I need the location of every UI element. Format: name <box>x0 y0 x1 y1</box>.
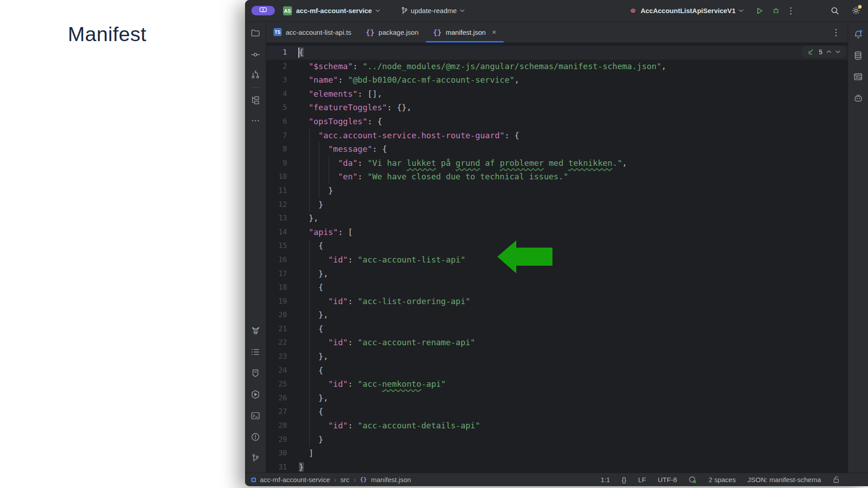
stripe-more-button[interactable] <box>248 113 263 128</box>
search-everywhere-button[interactable] <box>830 6 840 15</box>
line-number[interactable]: 12 <box>266 198 299 212</box>
stripe-todo-button[interactable] <box>248 345 263 359</box>
line-number[interactable]: 27 <box>266 405 299 419</box>
code-line-17[interactable]: 17 }, <box>266 267 848 281</box>
indent-widget[interactable]: 2 spaces <box>708 476 736 483</box>
code-line-2[interactable]: 2 "$schema": "../node_modules/@mz-js/ang… <box>266 60 848 74</box>
code-line-4[interactable]: 4 "elements": [], <box>266 87 848 101</box>
code-line-26[interactable]: 26 }, <box>266 391 848 405</box>
code-line-30[interactable]: 30 ] <box>266 446 848 460</box>
stripe-database-button[interactable] <box>850 48 866 63</box>
line-number[interactable]: 15 <box>266 239 299 253</box>
tab-manifest.json[interactable]: {}manifest.json✕ <box>426 22 504 42</box>
code-line-19[interactable]: 19 "id": "acc-list-ordering-api" <box>266 295 848 309</box>
prev-problem-icon[interactable] <box>826 50 831 53</box>
line-number[interactable]: 2 <box>266 60 299 74</box>
line-number[interactable]: 29 <box>266 433 299 447</box>
code-line-23[interactable]: 23 }, <box>266 350 848 364</box>
line-number[interactable]: 23 <box>266 350 299 364</box>
code-line-29[interactable]: 29 } <box>266 433 848 447</box>
code-line-25[interactable]: 25 "id": "acc-nemkonto-api" <box>266 377 848 391</box>
breadcrumb-folder[interactable]: src <box>340 476 349 483</box>
code-line-31[interactable]: 31} <box>266 460 848 473</box>
debug-button[interactable] <box>772 6 780 15</box>
stripe-mascot-button[interactable] <box>248 324 263 338</box>
line-separator-widget[interactable]: LF <box>638 476 646 483</box>
line-number[interactable]: 4 <box>266 87 299 101</box>
stripe-problems-button[interactable] <box>248 430 263 444</box>
code-line-27[interactable]: 27 { <box>266 405 848 419</box>
screen-share-button[interactable] <box>251 6 275 15</box>
code-style-widget[interactable]: {} <box>622 476 626 483</box>
stripe-git-branch-button[interactable] <box>248 451 263 465</box>
next-problem-icon[interactable] <box>835 50 840 53</box>
code-line-11[interactable]: 11 } <box>266 184 848 198</box>
stripe-ui-preview-button[interactable] <box>850 70 866 84</box>
line-number[interactable]: 26 <box>266 391 299 405</box>
line-number[interactable]: 7 <box>266 129 299 143</box>
code-line-5[interactable]: 5 "featureToggles": {}, <box>266 101 848 115</box>
code-line-12[interactable]: 12 } <box>266 198 848 212</box>
file-type-widget[interactable]: JSON: manifest-schema <box>747 476 821 483</box>
code-editor[interactable]: 5 1{2 "$schema": "../node_modules/@mz-js… <box>266 43 848 473</box>
stripe-structure-button[interactable] <box>248 93 263 108</box>
stripe-pull-requests-button[interactable] <box>248 67 263 82</box>
line-number[interactable]: 3 <box>266 73 299 87</box>
code-line-15[interactable]: 15 { <box>266 239 848 253</box>
code-line-16[interactable]: 16 "id": "acc-account-list-api" <box>266 253 848 267</box>
line-number[interactable]: 11 <box>266 184 299 198</box>
code-line-28[interactable]: 28 "id": "acc-account-details-api" <box>266 419 848 433</box>
code-line-10[interactable]: 10 "en": "We have closed due to technica… <box>266 170 848 184</box>
close-icon[interactable]: ✕ <box>491 29 496 36</box>
inspections-widget[interactable]: 5 <box>802 46 845 58</box>
line-number[interactable]: 16 <box>266 253 299 267</box>
stripe-bookmarks-button[interactable] <box>248 366 263 380</box>
line-number[interactable]: 8 <box>266 142 299 156</box>
line-number[interactable]: 21 <box>266 322 299 336</box>
line-number[interactable]: 10 <box>266 170 299 184</box>
line-number[interactable]: 30 <box>266 446 299 460</box>
line-number[interactable]: 1 <box>266 46 299 60</box>
run-button[interactable] <box>755 7 764 15</box>
caret-position-widget[interactable]: 1:1 <box>601 476 610 483</box>
code-line-22[interactable]: 22 "id": "acc-account-rename-api" <box>266 336 848 350</box>
stripe-commit-button[interactable] <box>248 47 263 62</box>
code-line-21[interactable]: 21 { <box>266 322 848 336</box>
more-actions-button[interactable]: ⋮ <box>787 6 795 15</box>
breadcrumb-project[interactable]: acc-mf-account-service <box>260 476 330 483</box>
code-line-8[interactable]: 8 "message": { <box>266 142 848 156</box>
code-line-20[interactable]: 20 }, <box>266 308 848 322</box>
stripe-services-button[interactable] <box>248 387 263 402</box>
line-number[interactable]: 19 <box>266 295 299 309</box>
code-line-7[interactable]: 7 "acc.account-service.host-route-guard"… <box>266 129 848 143</box>
code-line-14[interactable]: 14 "apis": [ <box>266 225 848 239</box>
code-line-24[interactable]: 24 { <box>266 364 848 378</box>
stripe-ai-assistant-button[interactable] <box>850 91 866 105</box>
stripe-terminal-button[interactable] <box>248 408 263 423</box>
line-number[interactable]: 5 <box>266 101 299 115</box>
encoding-widget[interactable]: UTF-8 <box>658 476 677 483</box>
line-number[interactable]: 20 <box>266 308 299 322</box>
code-line-1[interactable]: 1{ <box>266 46 848 60</box>
code-line-18[interactable]: 18 { <box>266 281 848 295</box>
line-number[interactable]: 24 <box>266 364 299 378</box>
stripe-notifications-button[interactable] <box>850 27 866 42</box>
line-number[interactable]: 28 <box>266 419 299 433</box>
code-line-6[interactable]: 6 "opsToggles": { <box>266 115 848 129</box>
settings-button[interactable] <box>851 6 861 15</box>
project-selector[interactable]: acc-mf-account-service <box>296 7 372 14</box>
tab-options-button[interactable]: ⋮ <box>832 27 848 38</box>
stripe-project-folder-button[interactable] <box>248 26 263 40</box>
run-configuration-selector[interactable]: AccAccountListApiServiceV1 <box>629 7 744 15</box>
analysis-status-icon[interactable] <box>689 476 697 484</box>
code-line-9[interactable]: 9 "da": "Vi har lukket på grund af probl… <box>266 156 848 170</box>
line-number[interactable]: 9 <box>266 156 299 170</box>
line-number[interactable]: 18 <box>266 281 299 295</box>
vcs-widget[interactable]: update-readme <box>401 7 465 14</box>
line-number[interactable]: 17 <box>266 267 299 281</box>
tab-acc-account-list-api.ts[interactable]: TSacc-account-list-api.ts <box>266 22 359 42</box>
tab-package.json[interactable]: {}package.json <box>359 22 426 42</box>
breadcrumb-file[interactable]: manifest.json <box>371 476 411 483</box>
line-number[interactable]: 22 <box>266 336 299 350</box>
line-number[interactable]: 25 <box>266 377 299 391</box>
